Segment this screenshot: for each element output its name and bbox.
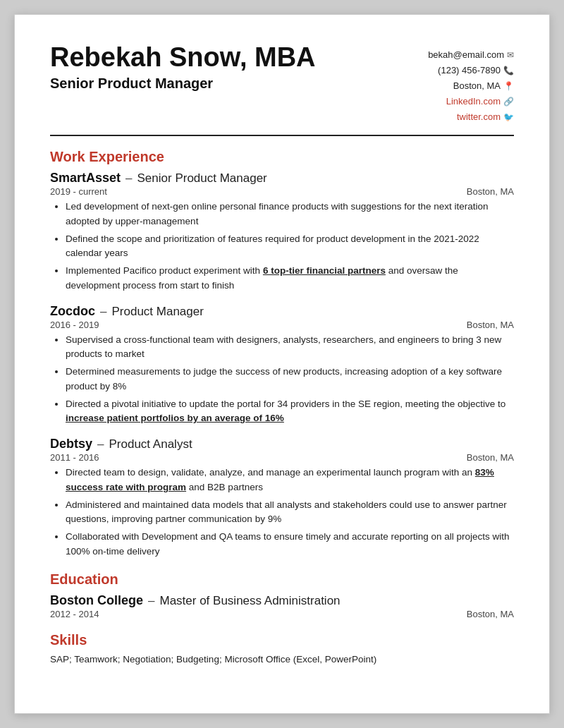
- job-bullets-zocdoc: Supervised a cross-functional team with …: [50, 333, 514, 426]
- twitter-row[interactable]: twitter.com 🐦: [428, 109, 514, 125]
- twitter-link[interactable]: twitter.com: [457, 109, 501, 125]
- job-location-debtsy: Boston, MA: [467, 452, 514, 463]
- job-meta-smartasset: 2019 - current Boston, MA: [50, 186, 514, 197]
- candidate-title: Senior Product Manager: [50, 75, 316, 92]
- emphasis-text: 6 top-tier financial partners: [263, 265, 386, 276]
- job-zocdoc-header: Zocdoc – Product Manager: [50, 304, 514, 319]
- school-name: Boston College: [50, 593, 143, 608]
- job-dates-debtsy: 2011 - 2016: [50, 452, 99, 463]
- candidate-name: Rebekah Snow, MBA: [50, 43, 316, 73]
- header-section: Rebekah Snow, MBA Senior Product Manager…: [50, 43, 514, 136]
- bullet-item: Led development of next-gen online perso…: [66, 200, 514, 229]
- job-title-debtsy: Product Analyst: [109, 437, 192, 451]
- bullet-item: Determined measurements to judge the suc…: [66, 365, 514, 394]
- job-dates-zocdoc: 2016 - 2019: [50, 320, 99, 330]
- job-dates-smartasset: 2019 - current: [50, 186, 107, 197]
- company-smartasset: SmartAsset: [50, 171, 121, 186]
- bullet-item: Implemented Pacifico product experiment …: [66, 264, 514, 293]
- bullet-item: Defined the scope and prioritization of …: [66, 232, 514, 261]
- location-row: Boston, MA 📍: [428, 78, 514, 94]
- emphasis-text: 83% success rate with program: [66, 467, 494, 492]
- skills-text: SAP; Teamwork; Negotiation; Budgeting; M…: [50, 654, 514, 665]
- emphasis-text: increase patient portfolios by an averag…: [66, 413, 284, 423]
- job-meta-zocdoc: 2016 - 2019 Boston, MA: [50, 320, 514, 330]
- twitter-icon: 🐦: [503, 110, 514, 124]
- job-title-smartasset: Senior Product Manager: [137, 171, 267, 186]
- edu-dates: 2012 - 2014: [50, 609, 99, 619]
- degree-name: Master of Business Administration: [159, 594, 340, 608]
- bullet-item: Supervised a cross-functional team with …: [66, 333, 514, 362]
- skills-section-title: Skills: [50, 632, 514, 648]
- resume-document: Rebekah Snow, MBA Senior Product Manager…: [14, 14, 550, 714]
- job-debtsy: Debtsy – Product Analyst 2011 - 2016 Bos…: [50, 437, 514, 559]
- header-right: bekah@email.com ✉ (123) 456-7890 📞 Bosto…: [428, 43, 514, 125]
- edu-header-line: Boston College – Master of Business Admi…: [50, 593, 514, 608]
- work-experience-section-title: Work Experience: [50, 149, 514, 165]
- phone-text: (123) 456-7890: [438, 63, 501, 78]
- education-section-title: Education: [50, 571, 514, 588]
- email-text: bekah@email.com: [428, 47, 504, 63]
- edu-location: Boston, MA: [467, 609, 514, 619]
- job-location-zocdoc: Boston, MA: [467, 320, 514, 330]
- linkedin-link[interactable]: LinkedIn.com: [446, 94, 501, 109]
- job-bullets-smartasset: Led development of next-gen online perso…: [50, 200, 514, 293]
- job-location-smartasset: Boston, MA: [467, 186, 514, 197]
- bullet-item: Directed a pivotal initiative to update …: [66, 397, 514, 426]
- linkedin-row[interactable]: LinkedIn.com 🔗: [428, 94, 514, 109]
- company-debtsy: Debtsy: [50, 437, 92, 451]
- job-meta-debtsy: 2011 - 2016 Boston, MA: [50, 452, 514, 463]
- job-title-zocdoc: Product Manager: [111, 305, 203, 319]
- education-entry: Boston College – Master of Business Admi…: [50, 593, 514, 619]
- phone-icon: 📞: [503, 63, 514, 78]
- bullet-item: Collaborated with Development and QA tea…: [66, 530, 514, 559]
- location-text: Boston, MA: [453, 78, 501, 94]
- bullet-item: Administered and maintained data models …: [66, 498, 514, 527]
- phone-row: (123) 456-7890 📞: [428, 63, 514, 78]
- job-debtsy-header: Debtsy – Product Analyst: [50, 437, 514, 451]
- bullet-item: Directed team to design, validate, analy…: [66, 466, 514, 495]
- job-bullets-debtsy: Directed team to design, validate, analy…: [50, 466, 514, 559]
- header-left: Rebekah Snow, MBA Senior Product Manager: [50, 43, 316, 92]
- job-zocdoc: Zocdoc – Product Manager 2016 - 2019 Bos…: [50, 304, 514, 426]
- email-row: bekah@email.com ✉: [428, 47, 514, 63]
- company-zocdoc: Zocdoc: [50, 304, 95, 319]
- linkedin-icon: 🔗: [503, 95, 514, 109]
- location-icon: 📍: [503, 79, 514, 93]
- edu-meta: 2012 - 2014 Boston, MA: [50, 609, 514, 619]
- job-smartasset: SmartAsset – Senior Product Manager 2019…: [50, 171, 514, 293]
- email-icon: ✉: [507, 48, 514, 62]
- job-smartasset-header: SmartAsset – Senior Product Manager: [50, 171, 514, 186]
